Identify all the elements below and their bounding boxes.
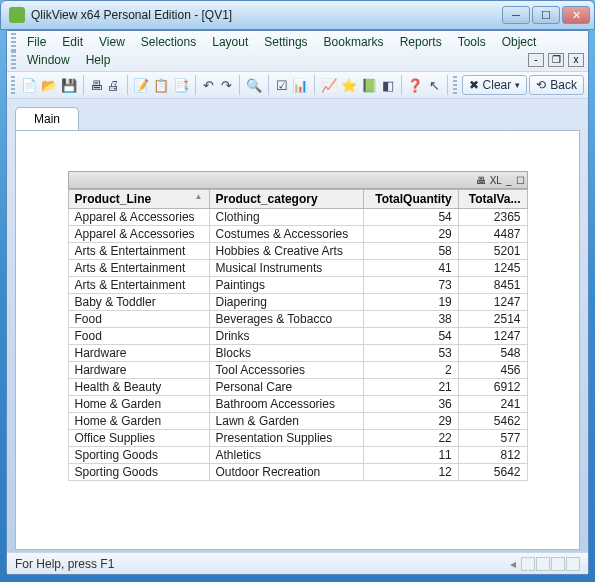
cell-product-category[interactable]: Musical Instruments xyxy=(209,260,363,277)
cell-product-line[interactable]: Apparel & Accessories xyxy=(68,209,209,226)
cell-product-line[interactable]: Hardware xyxy=(68,362,209,379)
menu-window[interactable]: Window xyxy=(19,51,78,69)
table-row[interactable]: FoodBeverages & Tobacco382514 xyxy=(68,311,527,328)
cell-product-category[interactable]: Presentation Supplies xyxy=(209,430,363,447)
menu-grip-icon[interactable] xyxy=(11,33,16,51)
table-row[interactable]: Home & GardenLawn & Garden295462 xyxy=(68,413,527,430)
tab-main[interactable]: Main xyxy=(15,107,79,130)
cell-total-value[interactable]: 5462 xyxy=(458,413,527,430)
cell-total-quantity[interactable]: 53 xyxy=(363,345,458,362)
minimize-button[interactable]: ─ xyxy=(502,6,530,24)
cell-product-category[interactable]: Drinks xyxy=(209,328,363,345)
menu-bookmarks[interactable]: Bookmarks xyxy=(316,33,392,51)
maximize-button[interactable]: ☐ xyxy=(532,6,560,24)
table-viewer-icon[interactable]: 📑 xyxy=(172,75,190,95)
cell-total-value[interactable]: 5201 xyxy=(458,243,527,260)
cell-total-quantity[interactable]: 29 xyxy=(363,226,458,243)
cell-total-value[interactable]: 2514 xyxy=(458,311,527,328)
cell-product-category[interactable]: Hobbies & Creative Arts xyxy=(209,243,363,260)
table-row[interactable]: Home & GardenBathroom Accessories36241 xyxy=(68,396,527,413)
cell-total-value[interactable]: 1247 xyxy=(458,328,527,345)
cell-product-category[interactable]: Outdoor Recreation xyxy=(209,464,363,481)
table-row[interactable]: Arts & EntertainmentMusical Instruments4… xyxy=(68,260,527,277)
cell-total-value[interactable]: 6912 xyxy=(458,379,527,396)
cell-total-value[interactable]: 1247 xyxy=(458,294,527,311)
cell-total-quantity[interactable]: 38 xyxy=(363,311,458,328)
cell-total-quantity[interactable]: 54 xyxy=(363,328,458,345)
menu-layout[interactable]: Layout xyxy=(204,33,256,51)
cell-product-line[interactable]: Arts & Entertainment xyxy=(68,260,209,277)
cell-total-value[interactable]: 1245 xyxy=(458,260,527,277)
cell-total-quantity[interactable]: 12 xyxy=(363,464,458,481)
cell-total-value[interactable]: 577 xyxy=(458,430,527,447)
menu-edit[interactable]: Edit xyxy=(54,33,91,51)
cell-product-category[interactable]: Tool Accessories xyxy=(209,362,363,379)
cell-product-category[interactable]: Paintings xyxy=(209,277,363,294)
doc-close-button[interactable]: x xyxy=(568,53,584,67)
cell-total-quantity[interactable]: 22 xyxy=(363,430,458,447)
cell-product-category[interactable]: Lawn & Garden xyxy=(209,413,363,430)
cell-product-line[interactable]: Food xyxy=(68,328,209,345)
close-button[interactable]: ✕ xyxy=(562,6,590,24)
cell-total-value[interactable]: 456 xyxy=(458,362,527,379)
toolbar-grip-icon[interactable] xyxy=(453,76,457,94)
reload-icon[interactable]: 📋 xyxy=(152,75,170,95)
table-row[interactable]: Baby & ToddlerDiapering191247 xyxy=(68,294,527,311)
search-icon[interactable]: 🔍 xyxy=(245,75,263,95)
doc-restore-button[interactable]: ❐ xyxy=(548,53,564,67)
toolbar-grip-icon[interactable] xyxy=(11,76,15,94)
menu-tools[interactable]: Tools xyxy=(450,33,494,51)
cell-product-line[interactable]: Office Supplies xyxy=(68,430,209,447)
cell-product-line[interactable]: Arts & Entertainment xyxy=(68,243,209,260)
wizard-icon[interactable]: 📊 xyxy=(291,75,309,95)
menu-selections[interactable]: Selections xyxy=(133,33,204,51)
table-row[interactable]: Office SuppliesPresentation Supplies2257… xyxy=(68,430,527,447)
cell-product-line[interactable]: Health & Beauty xyxy=(68,379,209,396)
back-button[interactable]: ⟲Back xyxy=(529,75,584,95)
print-caption-icon[interactable]: 🖶 xyxy=(476,175,486,186)
cell-total-value[interactable]: 241 xyxy=(458,396,527,413)
cell-product-category[interactable]: Blocks xyxy=(209,345,363,362)
cell-product-line[interactable]: Apparel & Accessories xyxy=(68,226,209,243)
redo-icon[interactable]: ↷ xyxy=(219,75,235,95)
menu-file[interactable]: File xyxy=(19,33,54,51)
table-row[interactable]: Arts & EntertainmentPaintings738451 xyxy=(68,277,527,294)
menu-settings[interactable]: Settings xyxy=(256,33,315,51)
cell-product-category[interactable]: Clothing xyxy=(209,209,363,226)
cell-total-quantity[interactable]: 21 xyxy=(363,379,458,396)
clear-button[interactable]: ✖Clear▾ xyxy=(462,75,528,95)
table-row[interactable]: HardwareBlocks53548 xyxy=(68,345,527,362)
menu-reports[interactable]: Reports xyxy=(392,33,450,51)
current-selections-icon[interactable]: ☑ xyxy=(274,75,290,95)
col-product-category[interactable]: Product_category xyxy=(209,190,363,209)
menu-view[interactable]: View xyxy=(91,33,133,51)
cell-product-line[interactable]: Arts & Entertainment xyxy=(68,277,209,294)
cell-total-quantity[interactable]: 36 xyxy=(363,396,458,413)
cell-product-category[interactable]: Personal Care xyxy=(209,379,363,396)
cell-total-value[interactable]: 4487 xyxy=(458,226,527,243)
cell-product-category[interactable]: Bathroom Accessories xyxy=(209,396,363,413)
cell-product-line[interactable]: Baby & Toddler xyxy=(68,294,209,311)
menu-object[interactable]: Object xyxy=(494,33,545,51)
cell-product-category[interactable]: Costumes & Accessories xyxy=(209,226,363,243)
table-row[interactable]: Sporting GoodsAthletics11812 xyxy=(68,447,527,464)
cell-product-category[interactable]: Beverages & Tobacco xyxy=(209,311,363,328)
doc-minimize-button[interactable]: - xyxy=(528,53,544,67)
undo-icon[interactable]: ↶ xyxy=(201,75,217,95)
sheet-area[interactable]: 🖶 XL _ ☐ Product_Line▲ Product_category … xyxy=(15,130,580,550)
col-total-quantity[interactable]: TotalQuantity xyxy=(363,190,458,209)
straight-table-object[interactable]: 🖶 XL _ ☐ Product_Line▲ Product_category … xyxy=(68,171,528,481)
layout-icon[interactable]: ◧ xyxy=(380,75,396,95)
cell-total-quantity[interactable]: 29 xyxy=(363,413,458,430)
report-icon[interactable]: 📗 xyxy=(360,75,378,95)
cell-total-value[interactable]: 2365 xyxy=(458,209,527,226)
cell-product-category[interactable]: Athletics xyxy=(209,447,363,464)
cell-total-quantity[interactable]: 11 xyxy=(363,447,458,464)
table-row[interactable]: HardwareTool Accessories2456 xyxy=(68,362,527,379)
cell-product-line[interactable]: Home & Garden xyxy=(68,413,209,430)
cell-product-line[interactable]: Hardware xyxy=(68,345,209,362)
chart-icon[interactable]: 📈 xyxy=(320,75,338,95)
new-doc-icon[interactable]: 📄 xyxy=(20,75,38,95)
menu-grip-icon[interactable] xyxy=(11,51,16,69)
cell-product-line[interactable]: Home & Garden xyxy=(68,396,209,413)
